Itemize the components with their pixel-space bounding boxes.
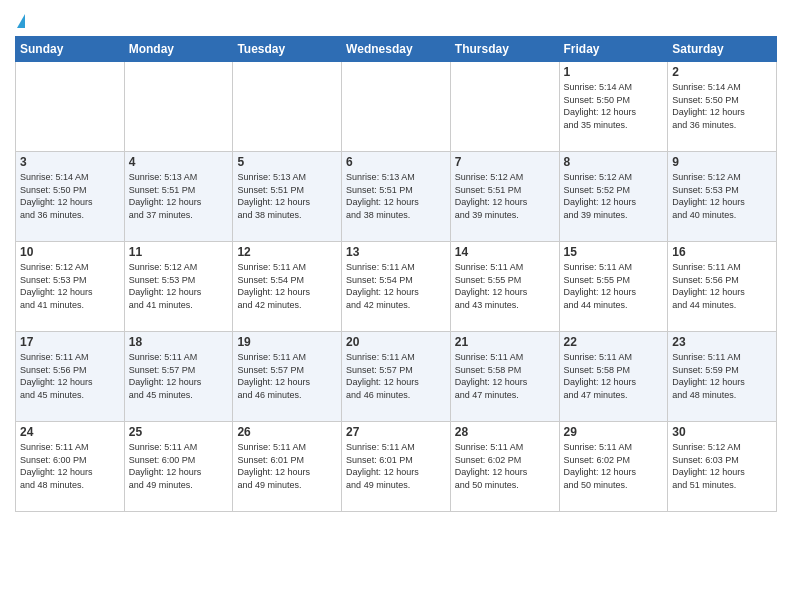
calendar-cell: 25Sunrise: 5:11 AMSunset: 6:00 PMDayligh… xyxy=(124,422,233,512)
day-info: Sunrise: 5:11 AMSunset: 5:57 PMDaylight:… xyxy=(346,351,446,401)
calendar-cell: 28Sunrise: 5:11 AMSunset: 6:02 PMDayligh… xyxy=(450,422,559,512)
day-info: Sunrise: 5:13 AMSunset: 5:51 PMDaylight:… xyxy=(346,171,446,221)
calendar-cell: 2Sunrise: 5:14 AMSunset: 5:50 PMDaylight… xyxy=(668,62,777,152)
day-number: 3 xyxy=(20,155,120,169)
day-number: 4 xyxy=(129,155,229,169)
header xyxy=(15,10,777,30)
calendar-cell xyxy=(233,62,342,152)
day-info: Sunrise: 5:11 AMSunset: 5:56 PMDaylight:… xyxy=(672,261,772,311)
calendar-cell: 24Sunrise: 5:11 AMSunset: 6:00 PMDayligh… xyxy=(16,422,125,512)
day-number: 26 xyxy=(237,425,337,439)
day-info: Sunrise: 5:12 AMSunset: 5:53 PMDaylight:… xyxy=(129,261,229,311)
calendar-cell: 23Sunrise: 5:11 AMSunset: 5:59 PMDayligh… xyxy=(668,332,777,422)
week-row-2: 10Sunrise: 5:12 AMSunset: 5:53 PMDayligh… xyxy=(16,242,777,332)
day-number: 7 xyxy=(455,155,555,169)
day-info: Sunrise: 5:11 AMSunset: 5:56 PMDaylight:… xyxy=(20,351,120,401)
calendar-cell: 9Sunrise: 5:12 AMSunset: 5:53 PMDaylight… xyxy=(668,152,777,242)
day-info: Sunrise: 5:11 AMSunset: 5:58 PMDaylight:… xyxy=(455,351,555,401)
day-info: Sunrise: 5:12 AMSunset: 5:52 PMDaylight:… xyxy=(564,171,664,221)
day-info: Sunrise: 5:11 AMSunset: 5:57 PMDaylight:… xyxy=(237,351,337,401)
calendar-cell xyxy=(124,62,233,152)
day-info: Sunrise: 5:11 AMSunset: 5:55 PMDaylight:… xyxy=(455,261,555,311)
calendar-cell: 17Sunrise: 5:11 AMSunset: 5:56 PMDayligh… xyxy=(16,332,125,422)
day-number: 11 xyxy=(129,245,229,259)
weekday-header-monday: Monday xyxy=(124,37,233,62)
calendar-cell: 29Sunrise: 5:11 AMSunset: 6:02 PMDayligh… xyxy=(559,422,668,512)
day-number: 29 xyxy=(564,425,664,439)
day-number: 27 xyxy=(346,425,446,439)
day-info: Sunrise: 5:11 AMSunset: 5:58 PMDaylight:… xyxy=(564,351,664,401)
day-info: Sunrise: 5:12 AMSunset: 5:53 PMDaylight:… xyxy=(672,171,772,221)
logo xyxy=(15,14,25,30)
calendar-page: SundayMondayTuesdayWednesdayThursdayFrid… xyxy=(0,0,792,612)
day-info: Sunrise: 5:14 AMSunset: 5:50 PMDaylight:… xyxy=(564,81,664,131)
day-number: 18 xyxy=(129,335,229,349)
logo-icon xyxy=(17,14,25,28)
day-number: 24 xyxy=(20,425,120,439)
day-number: 21 xyxy=(455,335,555,349)
day-number: 13 xyxy=(346,245,446,259)
day-info: Sunrise: 5:11 AMSunset: 5:54 PMDaylight:… xyxy=(346,261,446,311)
calendar-cell: 21Sunrise: 5:11 AMSunset: 5:58 PMDayligh… xyxy=(450,332,559,422)
weekday-header-row: SundayMondayTuesdayWednesdayThursdayFrid… xyxy=(16,37,777,62)
day-info: Sunrise: 5:13 AMSunset: 5:51 PMDaylight:… xyxy=(237,171,337,221)
day-info: Sunrise: 5:14 AMSunset: 5:50 PMDaylight:… xyxy=(672,81,772,131)
day-info: Sunrise: 5:11 AMSunset: 5:59 PMDaylight:… xyxy=(672,351,772,401)
calendar-cell: 8Sunrise: 5:12 AMSunset: 5:52 PMDaylight… xyxy=(559,152,668,242)
calendar-cell: 15Sunrise: 5:11 AMSunset: 5:55 PMDayligh… xyxy=(559,242,668,332)
day-info: Sunrise: 5:11 AMSunset: 6:01 PMDaylight:… xyxy=(237,441,337,491)
weekday-header-friday: Friday xyxy=(559,37,668,62)
week-row-1: 3Sunrise: 5:14 AMSunset: 5:50 PMDaylight… xyxy=(16,152,777,242)
day-info: Sunrise: 5:11 AMSunset: 6:00 PMDaylight:… xyxy=(129,441,229,491)
day-number: 12 xyxy=(237,245,337,259)
day-number: 20 xyxy=(346,335,446,349)
day-info: Sunrise: 5:11 AMSunset: 5:54 PMDaylight:… xyxy=(237,261,337,311)
day-number: 14 xyxy=(455,245,555,259)
day-number: 8 xyxy=(564,155,664,169)
calendar-table: SundayMondayTuesdayWednesdayThursdayFrid… xyxy=(15,36,777,512)
weekday-header-wednesday: Wednesday xyxy=(342,37,451,62)
weekday-header-saturday: Saturday xyxy=(668,37,777,62)
day-number: 10 xyxy=(20,245,120,259)
day-number: 30 xyxy=(672,425,772,439)
calendar-cell: 10Sunrise: 5:12 AMSunset: 5:53 PMDayligh… xyxy=(16,242,125,332)
day-number: 22 xyxy=(564,335,664,349)
day-number: 25 xyxy=(129,425,229,439)
weekday-header-tuesday: Tuesday xyxy=(233,37,342,62)
weekday-header-sunday: Sunday xyxy=(16,37,125,62)
day-info: Sunrise: 5:11 AMSunset: 6:02 PMDaylight:… xyxy=(564,441,664,491)
day-number: 2 xyxy=(672,65,772,79)
calendar-cell: 13Sunrise: 5:11 AMSunset: 5:54 PMDayligh… xyxy=(342,242,451,332)
day-number: 19 xyxy=(237,335,337,349)
calendar-cell xyxy=(16,62,125,152)
day-info: Sunrise: 5:14 AMSunset: 5:50 PMDaylight:… xyxy=(20,171,120,221)
day-number: 6 xyxy=(346,155,446,169)
day-number: 23 xyxy=(672,335,772,349)
day-number: 9 xyxy=(672,155,772,169)
calendar-cell: 20Sunrise: 5:11 AMSunset: 5:57 PMDayligh… xyxy=(342,332,451,422)
calendar-cell: 6Sunrise: 5:13 AMSunset: 5:51 PMDaylight… xyxy=(342,152,451,242)
day-number: 17 xyxy=(20,335,120,349)
day-info: Sunrise: 5:11 AMSunset: 6:01 PMDaylight:… xyxy=(346,441,446,491)
week-row-3: 17Sunrise: 5:11 AMSunset: 5:56 PMDayligh… xyxy=(16,332,777,422)
calendar-cell: 27Sunrise: 5:11 AMSunset: 6:01 PMDayligh… xyxy=(342,422,451,512)
calendar-cell: 11Sunrise: 5:12 AMSunset: 5:53 PMDayligh… xyxy=(124,242,233,332)
week-row-0: 1Sunrise: 5:14 AMSunset: 5:50 PMDaylight… xyxy=(16,62,777,152)
calendar-cell: 12Sunrise: 5:11 AMSunset: 5:54 PMDayligh… xyxy=(233,242,342,332)
calendar-cell: 16Sunrise: 5:11 AMSunset: 5:56 PMDayligh… xyxy=(668,242,777,332)
calendar-cell: 5Sunrise: 5:13 AMSunset: 5:51 PMDaylight… xyxy=(233,152,342,242)
day-number: 15 xyxy=(564,245,664,259)
day-info: Sunrise: 5:11 AMSunset: 5:57 PMDaylight:… xyxy=(129,351,229,401)
day-info: Sunrise: 5:11 AMSunset: 5:55 PMDaylight:… xyxy=(564,261,664,311)
calendar-cell: 14Sunrise: 5:11 AMSunset: 5:55 PMDayligh… xyxy=(450,242,559,332)
day-number: 1 xyxy=(564,65,664,79)
calendar-cell: 18Sunrise: 5:11 AMSunset: 5:57 PMDayligh… xyxy=(124,332,233,422)
day-info: Sunrise: 5:12 AMSunset: 5:53 PMDaylight:… xyxy=(20,261,120,311)
day-info: Sunrise: 5:12 AMSunset: 6:03 PMDaylight:… xyxy=(672,441,772,491)
calendar-cell: 19Sunrise: 5:11 AMSunset: 5:57 PMDayligh… xyxy=(233,332,342,422)
day-info: Sunrise: 5:12 AMSunset: 5:51 PMDaylight:… xyxy=(455,171,555,221)
day-info: Sunrise: 5:13 AMSunset: 5:51 PMDaylight:… xyxy=(129,171,229,221)
weekday-header-thursday: Thursday xyxy=(450,37,559,62)
calendar-cell: 30Sunrise: 5:12 AMSunset: 6:03 PMDayligh… xyxy=(668,422,777,512)
day-number: 5 xyxy=(237,155,337,169)
